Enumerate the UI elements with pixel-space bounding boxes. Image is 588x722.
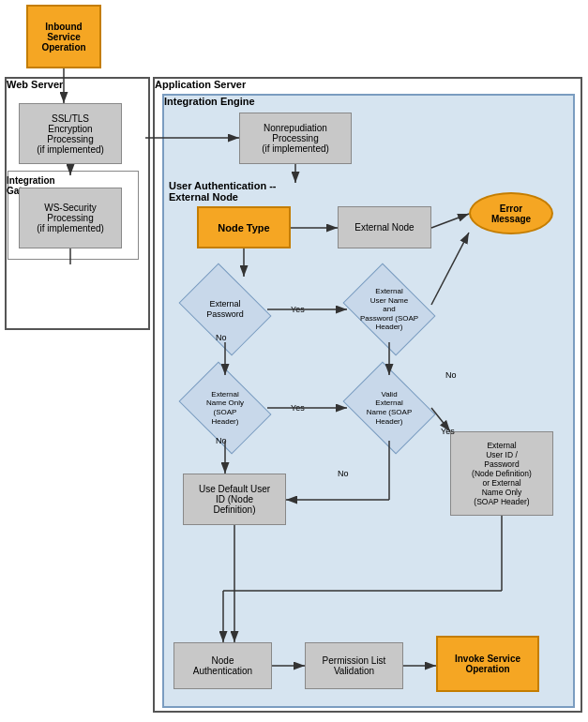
use-default-box: Use Default User ID (Node Definition): [183, 474, 286, 525]
nonrepudiation-box: Nonrepudiation Processing (if implemente…: [239, 113, 352, 164]
web-server-label: Web Server: [7, 79, 63, 90]
yes-label-1: Yes: [291, 305, 305, 314]
ws-security-box: WS-Security Processing (if implemented): [19, 188, 122, 248]
yes-label-3: Yes: [441, 427, 455, 436]
external-password-label: External Password: [204, 297, 246, 322]
app-server-label: Application Server: [155, 79, 246, 90]
no-label-2: No: [216, 436, 227, 445]
external-node-box: External Node: [338, 206, 431, 248]
permission-list-box: Permission List Validation: [305, 642, 403, 689]
ssl-tls-box: SSL/TLS Encryption Processing (if implem…: [19, 103, 122, 164]
external-name-only-diamond: External Name Only (SOAP Header): [183, 375, 267, 441]
error-message-oval: Error Message: [469, 192, 553, 234]
node-auth-box: Node Authentication: [173, 642, 272, 689]
no-label-3: No: [445, 370, 457, 380]
external-username-label: External User Name and Password (SOAP He…: [358, 285, 420, 334]
invoke-service-box: Invoke Service Operation: [436, 636, 539, 692]
valid-external-name-diamond: Valid External Name (SOAP Header): [347, 375, 431, 441]
node-type-box: Node Type: [197, 206, 291, 248]
integration-engine-label: Integration Engine: [164, 96, 255, 107]
no-label-1: No: [216, 333, 227, 342]
yes-label-2: Yes: [291, 403, 305, 413]
external-name-only-label: External Name Only (SOAP Header): [204, 388, 246, 428]
inbound-service-box: Inbound Service Operation: [26, 5, 101, 68]
no-label-4: No: [338, 469, 349, 478]
valid-external-name-label: Valid External Name (SOAP Header): [365, 388, 414, 428]
diagram-container: Inbound Service Operation Web Server App…: [0, 0, 588, 722]
external-username-password-diamond: External User Name and Password (SOAP He…: [347, 277, 431, 342]
user-auth-label: User Authentication -- External Node: [169, 180, 277, 203]
ext-userid-box: External User ID / Password (Node Defini…: [450, 431, 553, 516]
